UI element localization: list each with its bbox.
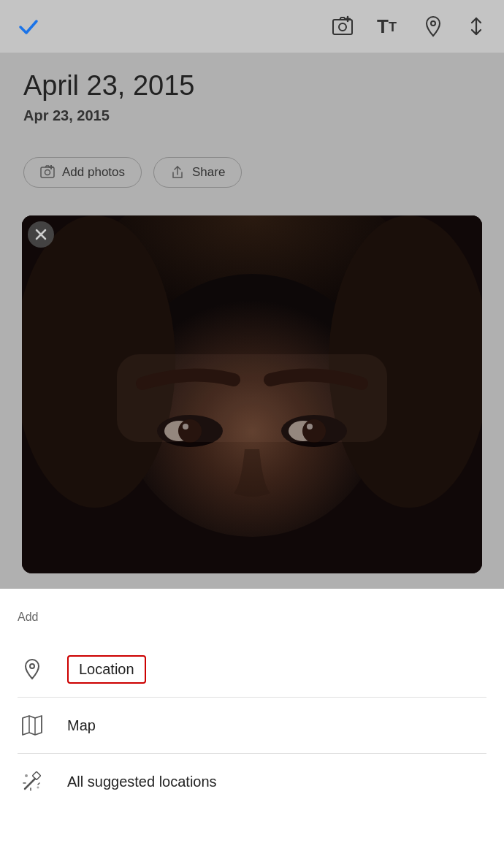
svg-rect-27	[117, 354, 387, 442]
svg-marker-29	[23, 716, 42, 735]
share-label: Share	[192, 165, 225, 180]
top-bar: T T	[0, 0, 504, 53]
wand-menu-icon	[18, 767, 47, 796]
all-suggested-locations-menu-item[interactable]: All suggested locations	[18, 754, 486, 809]
photo-container	[22, 215, 482, 573]
map-label: Map	[67, 717, 96, 734]
action-buttons: Add photos Share	[23, 157, 242, 188]
svg-point-6	[431, 21, 435, 26]
svg-point-37	[25, 774, 28, 777]
text-format-icon[interactable]: T T	[377, 15, 400, 37]
share-button[interactable]: Share	[153, 157, 242, 188]
svg-text:T: T	[389, 20, 397, 34]
location-label: Location	[79, 661, 134, 678]
svg-point-28	[30, 664, 34, 668]
location-highlight-box: Location	[67, 655, 146, 684]
add-section-label: Add	[18, 611, 486, 624]
svg-line-36	[38, 783, 39, 784]
sort-icon[interactable]	[466, 15, 486, 37]
map-menu-item[interactable]: Map	[18, 698, 486, 753]
date-subtitle: Apr 23, 2015	[23, 107, 195, 124]
location-menu-icon	[18, 654, 47, 684]
location-pin-icon[interactable]	[424, 15, 443, 37]
date-section: April 23, 2015 Apr 23, 2015	[23, 69, 195, 124]
all-suggested-locations-label: All suggested locations	[67, 774, 217, 790]
svg-text:T: T	[377, 15, 389, 37]
svg-point-1	[339, 23, 346, 31]
add-photos-button[interactable]: Add photos	[23, 157, 142, 188]
svg-point-9	[45, 170, 50, 175]
svg-rect-33	[32, 771, 40, 779]
photo-close-button[interactable]	[28, 221, 54, 248]
checkmark-button[interactable]	[18, 15, 39, 37]
location-menu-item[interactable]: Location	[18, 641, 486, 697]
map-menu-icon	[18, 711, 47, 740]
bottom-sheet: Add Location Map	[0, 589, 504, 859]
add-photo-icon[interactable]	[332, 15, 354, 37]
photo-image	[22, 215, 482, 573]
date-title: April 23, 2015	[23, 69, 195, 103]
toolbar-icons: T T	[332, 15, 486, 37]
svg-rect-0	[333, 20, 352, 34]
add-photos-label: Add photos	[62, 165, 125, 180]
svg-rect-8	[41, 167, 54, 177]
svg-line-32	[25, 779, 35, 789]
svg-point-38	[37, 787, 39, 789]
